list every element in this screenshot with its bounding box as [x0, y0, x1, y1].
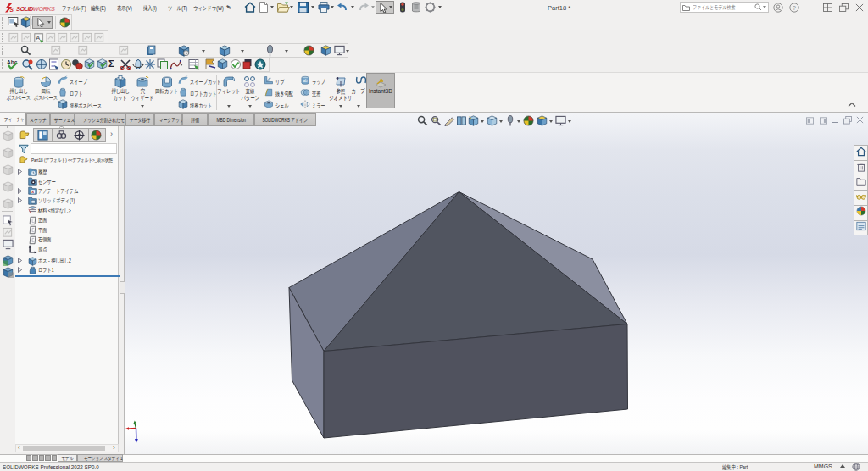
svg-text:A: A: [31, 190, 34, 194]
svg-text:S: S: [10, 7, 14, 13]
svg-text:A: A: [36, 35, 41, 41]
svg-text:ab: ab: [303, 79, 308, 83]
svg-text:?: ?: [793, 4, 796, 10]
svg-text:SOLIDWORKS: SOLIDWORKS: [16, 5, 55, 13]
